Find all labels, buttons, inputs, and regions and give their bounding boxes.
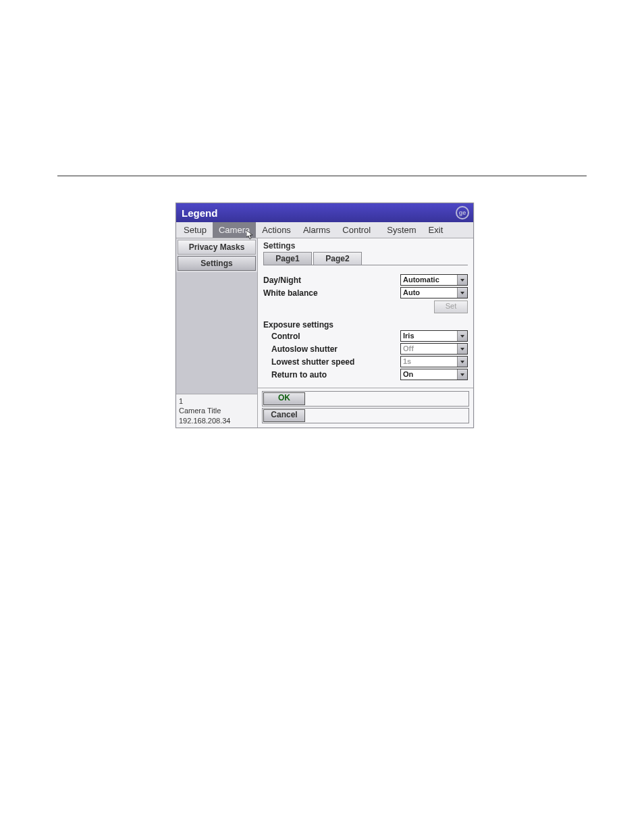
row-return-auto: Return to auto On [263,368,468,381]
label-return-auto: Return to auto [263,370,394,380]
settings-block: Day/Night Automatic White balance [263,273,468,381]
menu-system[interactable]: System [381,222,422,238]
chevron-down-icon [457,275,467,285]
label-white-balance: White balance [263,288,394,298]
sidebar-item-settings[interactable]: Settings [178,256,256,271]
camera-title: Camera Title [179,406,254,415]
horizontal-rule [57,176,587,176]
menu-setup[interactable]: Setup [178,222,213,238]
set-button[interactable]: Set [434,301,468,313]
content-area: Settings Page1 Page2 Day/Night Automatic [258,238,473,388]
select-value: 1s [403,357,411,365]
sidebar-item-label: Settings [200,259,232,268]
menu-actions[interactable]: Actions [256,222,297,238]
select-value: Auto [403,288,420,296]
label-day-night: Day/Night [263,276,394,285]
ok-button[interactable]: OK [263,392,305,405]
sidebar-item-privacy-masks[interactable]: Privacy Masks [178,240,256,255]
settings-heading: Settings [263,241,468,251]
exposure-heading: Exposure settings [263,320,468,330]
row-white-balance: White balance Auto [263,286,468,299]
select-autoslow[interactable]: Off [400,343,468,355]
chevron-down-icon [457,288,467,298]
sidebar: Privacy Masks Settings 1 Camera Title 19… [176,238,258,427]
row-control: Control Iris [263,330,468,342]
brand-logo-icon: ge [456,206,469,219]
label-lowest: Lowest shutter speed [263,357,394,367]
row-day-night: Day/Night Automatic [263,273,468,286]
select-value: Iris [403,332,414,340]
page-root: Legend ge Setup Camera Actions Alarms Co… [0,0,644,834]
camera-number: 1 [179,396,254,406]
select-value: Automatic [403,276,439,284]
menu-exit[interactable]: Exit [423,222,450,238]
label-autoslow: Autoslow shutter [263,344,394,354]
select-day-night[interactable]: Automatic [400,274,468,286]
select-white-balance[interactable]: Auto [400,287,468,298]
label-control: Control [263,332,394,341]
row-lowest: Lowest shutter speed 1s [263,355,468,368]
page-tabs: Page1 Page2 [263,252,468,265]
menu-camera[interactable]: Camera [213,222,256,238]
app-title: Legend [182,207,217,219]
menu-bar: Setup Camera Actions Alarms Control Syst… [176,222,473,238]
select-control[interactable]: Iris [400,330,468,342]
app-window: Legend ge Setup Camera Actions Alarms Co… [176,203,474,428]
menu-alarms[interactable]: Alarms [297,222,336,238]
chevron-down-icon [457,369,467,380]
menu-control[interactable]: Control [336,222,377,238]
tab-page1[interactable]: Page1 [263,252,312,265]
chevron-down-icon [457,357,467,367]
set-button-row: Set [263,301,468,313]
chevron-down-icon [457,331,467,341]
title-bar: Legend ge [176,203,473,222]
footer: OK Cancel [258,388,473,427]
row-autoslow: Autoslow shutter Off [263,342,468,355]
select-lowest[interactable]: 1s [400,356,468,367]
app-body: Privacy Masks Settings 1 Camera Title 19… [176,238,473,427]
chevron-down-icon [457,344,467,354]
cancel-button[interactable]: Cancel [263,409,305,422]
select-value: On [403,370,413,378]
select-return-auto[interactable]: On [400,369,468,380]
camera-ip: 192.168.208.34 [179,416,254,425]
sidebar-info: 1 Camera Title 192.168.208.34 [176,394,257,427]
sidebar-blank-area [176,272,257,394]
select-value: Off [403,344,414,353]
main-panel: Settings Page1 Page2 Day/Night Automatic [258,238,473,427]
tab-page2[interactable]: Page2 [313,252,362,265]
